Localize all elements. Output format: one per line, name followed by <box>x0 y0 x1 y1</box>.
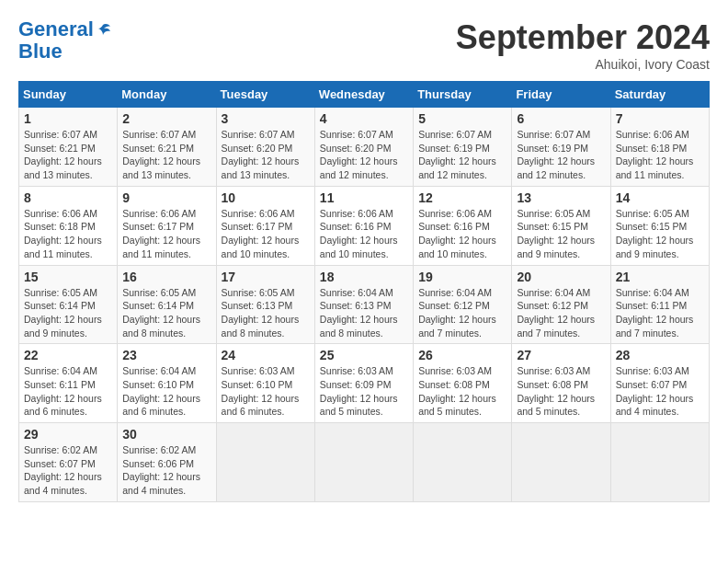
table-row: 6Sunrise: 6:07 AM Sunset: 6:19 PM Daylig… <box>512 108 610 187</box>
table-row: 12Sunrise: 6:06 AM Sunset: 6:16 PM Dayli… <box>414 186 512 265</box>
calendar-table: Sunday Monday Tuesday Wednesday Thursday… <box>18 81 710 502</box>
day-info: Sunrise: 6:06 AM Sunset: 6:16 PM Dayligh… <box>418 207 506 261</box>
table-row <box>512 423 610 502</box>
table-row <box>610 423 709 502</box>
table-row: 1Sunrise: 6:07 AM Sunset: 6:21 PM Daylig… <box>19 108 118 187</box>
day-number: 9 <box>122 190 210 205</box>
day-number: 18 <box>320 270 408 284</box>
day-info: Sunrise: 6:03 AM Sunset: 6:07 PM Dayligh… <box>616 364 704 419</box>
header-wednesday: Wednesday <box>314 82 413 108</box>
day-info: Sunrise: 6:02 AM Sunset: 6:07 PM Dayligh… <box>24 443 112 498</box>
table-row: 16Sunrise: 6:05 AM Sunset: 6:14 PM Dayli… <box>118 265 216 344</box>
day-number: 4 <box>320 111 408 126</box>
day-info: Sunrise: 6:06 AM Sunset: 6:16 PM Dayligh… <box>320 207 408 261</box>
table-row: 14Sunrise: 6:05 AM Sunset: 6:15 PM Dayli… <box>610 186 709 265</box>
day-info: Sunrise: 6:07 AM Sunset: 6:19 PM Dayligh… <box>418 128 506 182</box>
table-row: 28Sunrise: 6:03 AM Sunset: 6:07 PM Dayli… <box>610 344 709 423</box>
day-number: 2 <box>122 111 210 126</box>
day-info: Sunrise: 6:03 AM Sunset: 6:09 PM Dayligh… <box>320 364 408 419</box>
table-row: 19Sunrise: 6:04 AM Sunset: 6:12 PM Dayli… <box>414 265 512 344</box>
table-row: 30Sunrise: 6:02 AM Sunset: 6:06 PM Dayli… <box>118 423 216 502</box>
table-row: 7Sunrise: 6:06 AM Sunset: 6:18 PM Daylig… <box>610 108 709 187</box>
table-row: 18Sunrise: 6:04 AM Sunset: 6:13 PM Dayli… <box>314 265 413 344</box>
header-sunday: Sunday <box>19 82 118 108</box>
logo-text-general: General <box>18 17 94 40</box>
day-number: 29 <box>24 427 112 442</box>
day-info: Sunrise: 6:05 AM Sunset: 6:15 PM Dayligh… <box>517 207 605 261</box>
day-number: 6 <box>517 111 605 126</box>
calendar-week-3: 15Sunrise: 6:05 AM Sunset: 6:14 PM Dayli… <box>19 265 710 344</box>
day-number: 3 <box>222 111 310 126</box>
table-row: 23Sunrise: 6:04 AM Sunset: 6:10 PM Dayli… <box>118 344 216 423</box>
header-monday: Monday <box>118 82 216 108</box>
table-row: 17Sunrise: 6:05 AM Sunset: 6:13 PM Dayli… <box>216 265 314 344</box>
day-number: 27 <box>517 348 605 362</box>
day-info: Sunrise: 6:04 AM Sunset: 6:13 PM Dayligh… <box>320 286 408 340</box>
table-row: 22Sunrise: 6:04 AM Sunset: 6:11 PM Dayli… <box>19 344 118 423</box>
day-number: 26 <box>418 348 506 362</box>
calendar-header-row: Sunday Monday Tuesday Wednesday Thursday… <box>19 82 710 108</box>
day-info: Sunrise: 6:07 AM Sunset: 6:19 PM Dayligh… <box>517 128 605 182</box>
day-number: 14 <box>616 190 704 205</box>
day-info: Sunrise: 6:04 AM Sunset: 6:12 PM Dayligh… <box>418 286 506 340</box>
day-number: 25 <box>320 348 408 362</box>
table-row <box>314 423 413 502</box>
table-row: 13Sunrise: 6:05 AM Sunset: 6:15 PM Dayli… <box>512 186 610 265</box>
day-info: Sunrise: 6:02 AM Sunset: 6:06 PM Dayligh… <box>122 443 210 498</box>
table-row <box>414 423 512 502</box>
page-header: General Blue September 2024 Ahuikoi, Ivo… <box>18 18 710 72</box>
table-row: 21Sunrise: 6:04 AM Sunset: 6:11 PM Dayli… <box>610 265 709 344</box>
day-info: Sunrise: 6:03 AM Sunset: 6:10 PM Dayligh… <box>222 364 310 419</box>
day-info: Sunrise: 6:06 AM Sunset: 6:18 PM Dayligh… <box>24 207 112 261</box>
header-tuesday: Tuesday <box>216 82 314 108</box>
day-info: Sunrise: 6:04 AM Sunset: 6:11 PM Dayligh… <box>616 286 704 340</box>
day-number: 11 <box>320 190 408 205</box>
table-row: 25Sunrise: 6:03 AM Sunset: 6:09 PM Dayli… <box>314 344 413 423</box>
table-row <box>216 423 314 502</box>
day-number: 22 <box>24 348 112 362</box>
day-info: Sunrise: 6:06 AM Sunset: 6:17 PM Dayligh… <box>122 207 210 261</box>
day-info: Sunrise: 6:07 AM Sunset: 6:20 PM Dayligh… <box>320 128 408 182</box>
table-row: 8Sunrise: 6:06 AM Sunset: 6:18 PM Daylig… <box>19 186 118 265</box>
table-row: 11Sunrise: 6:06 AM Sunset: 6:16 PM Dayli… <box>314 186 413 265</box>
day-number: 10 <box>222 190 310 205</box>
day-info: Sunrise: 6:07 AM Sunset: 6:21 PM Dayligh… <box>24 128 112 182</box>
day-info: Sunrise: 6:03 AM Sunset: 6:08 PM Dayligh… <box>517 364 605 419</box>
day-info: Sunrise: 6:04 AM Sunset: 6:11 PM Dayligh… <box>24 364 112 419</box>
logo-bird-icon <box>95 22 111 39</box>
day-info: Sunrise: 6:05 AM Sunset: 6:13 PM Dayligh… <box>222 286 310 340</box>
day-number: 7 <box>616 111 704 126</box>
table-row: 4Sunrise: 6:07 AM Sunset: 6:20 PM Daylig… <box>314 108 413 187</box>
day-info: Sunrise: 6:04 AM Sunset: 6:10 PM Dayligh… <box>122 364 210 419</box>
table-row: 27Sunrise: 6:03 AM Sunset: 6:08 PM Dayli… <box>512 344 610 423</box>
day-number: 21 <box>616 270 704 284</box>
day-info: Sunrise: 6:03 AM Sunset: 6:08 PM Dayligh… <box>418 364 506 419</box>
table-row: 15Sunrise: 6:05 AM Sunset: 6:14 PM Dayli… <box>19 265 118 344</box>
day-info: Sunrise: 6:05 AM Sunset: 6:14 PM Dayligh… <box>24 286 112 340</box>
day-info: Sunrise: 6:04 AM Sunset: 6:12 PM Dayligh… <box>517 286 605 340</box>
day-number: 12 <box>418 190 506 205</box>
logo-text-blue: Blue <box>18 40 111 63</box>
table-row: 20Sunrise: 6:04 AM Sunset: 6:12 PM Dayli… <box>512 265 610 344</box>
day-number: 13 <box>517 190 605 205</box>
table-row: 5Sunrise: 6:07 AM Sunset: 6:19 PM Daylig… <box>414 108 512 187</box>
calendar-week-4: 22Sunrise: 6:04 AM Sunset: 6:11 PM Dayli… <box>19 344 710 423</box>
day-number: 5 <box>418 111 506 126</box>
table-row: 29Sunrise: 6:02 AM Sunset: 6:07 PM Dayli… <box>19 423 118 502</box>
day-info: Sunrise: 6:05 AM Sunset: 6:15 PM Dayligh… <box>616 207 704 261</box>
day-number: 30 <box>122 427 210 442</box>
table-row: 26Sunrise: 6:03 AM Sunset: 6:08 PM Dayli… <box>414 344 512 423</box>
table-row: 24Sunrise: 6:03 AM Sunset: 6:10 PM Dayli… <box>216 344 314 423</box>
day-info: Sunrise: 6:07 AM Sunset: 6:21 PM Dayligh… <box>122 128 210 182</box>
title-section: September 2024 Ahuikoi, Ivory Coast <box>456 18 710 72</box>
logo: General Blue <box>18 18 111 63</box>
calendar-week-5: 29Sunrise: 6:02 AM Sunset: 6:07 PM Dayli… <box>19 423 710 502</box>
header-saturday: Saturday <box>610 82 709 108</box>
calendar-week-1: 1Sunrise: 6:07 AM Sunset: 6:21 PM Daylig… <box>19 108 710 187</box>
day-number: 20 <box>517 270 605 284</box>
table-row: 9Sunrise: 6:06 AM Sunset: 6:17 PM Daylig… <box>118 186 216 265</box>
header-friday: Friday <box>512 82 610 108</box>
day-number: 16 <box>122 270 210 284</box>
day-info: Sunrise: 6:05 AM Sunset: 6:14 PM Dayligh… <box>122 286 210 340</box>
day-number: 8 <box>24 190 112 205</box>
